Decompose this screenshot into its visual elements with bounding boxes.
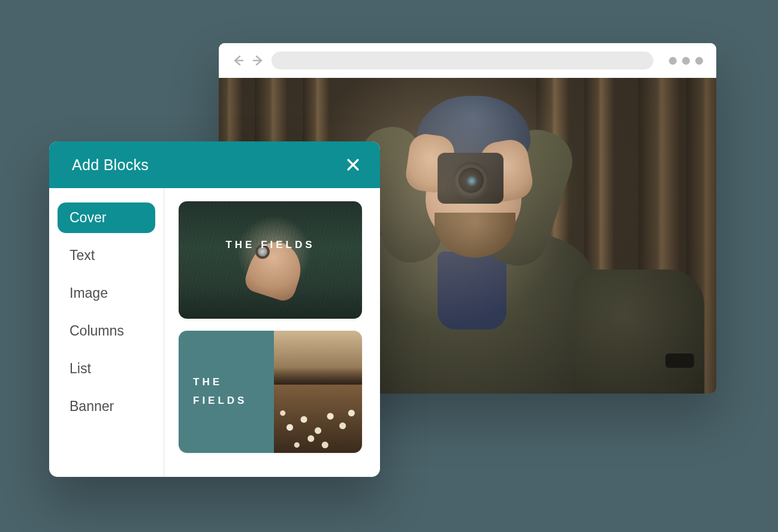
close-icon <box>346 158 360 171</box>
category-cover[interactable]: Cover <box>58 202 155 233</box>
category-image[interactable]: Image <box>58 278 155 309</box>
add-blocks-panel: Add Blocks Cover Text Image Columns List… <box>49 141 380 477</box>
back-arrow-icon[interactable] <box>232 55 244 66</box>
category-columns[interactable]: Columns <box>58 316 155 346</box>
cover-block-preview-2[interactable]: THE FIELDS <box>179 331 362 453</box>
category-list[interactable]: List <box>58 353 155 384</box>
category-banner[interactable]: Banner <box>58 391 155 422</box>
category-text[interactable]: Text <box>58 240 155 271</box>
browser-nav-arrows <box>232 55 264 66</box>
panel-body: Cover Text Image Columns List Banner THE… <box>49 188 380 477</box>
panel-header: Add Blocks <box>49 141 380 188</box>
window-dot-icon[interactable] <box>669 57 677 65</box>
category-list: Cover Text Image Columns List Banner <box>49 188 164 477</box>
panel-title: Add Blocks <box>72 156 149 174</box>
window-dot-icon[interactable] <box>695 57 703 65</box>
preview-title: THE FIELDS <box>193 373 247 410</box>
window-controls <box>669 57 703 65</box>
close-button[interactable] <box>344 156 362 174</box>
cover-block-preview-1[interactable]: THE FIELDS <box>179 201 362 319</box>
block-preview-column: THE FIELDS THE FIELDS <box>164 188 380 477</box>
preview-title: THE FIELDS <box>225 239 315 251</box>
forward-arrow-icon[interactable] <box>252 55 264 66</box>
window-dot-icon[interactable] <box>682 57 690 65</box>
browser-chrome <box>219 43 716 78</box>
url-bar[interactable] <box>272 52 653 69</box>
